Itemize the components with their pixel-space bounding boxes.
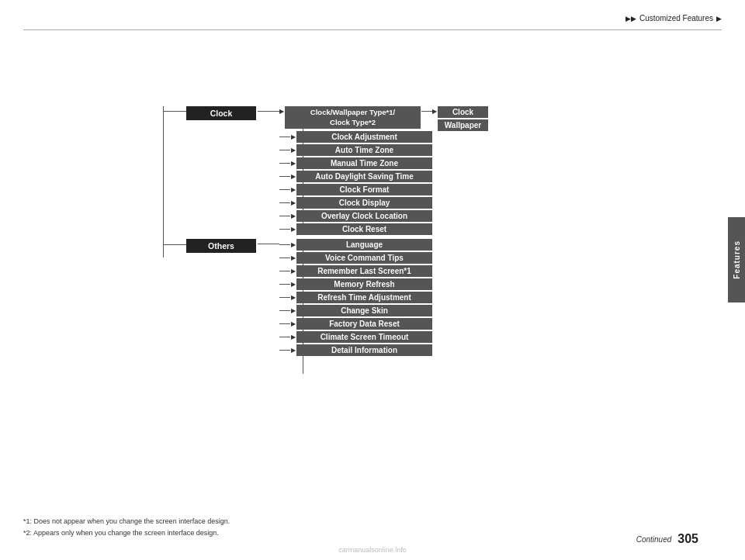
clock-item-4: Clock Format — [296, 184, 432, 195]
others-item-6: Factory Data Reset — [296, 318, 432, 330]
clock-row-hline-1 — [279, 150, 290, 150]
clock-row-4: ▶Clock Format — [279, 184, 432, 195]
clock-row-1: ▶Auto Time Zone — [279, 144, 432, 156]
clock-row-arrow-7: ▶ — [291, 226, 296, 233]
clock-row-3: ▶Auto Daylight Saving Time — [279, 171, 432, 182]
others-item-8: Detail Information — [296, 344, 432, 356]
others-row-arrow-5: ▶ — [291, 307, 296, 314]
watermark: carmanualsonline.info — [338, 546, 407, 554]
others-row-hline-6 — [279, 323, 290, 324]
others-row-hline-4 — [279, 297, 290, 298]
page-area: Continued 305 — [636, 532, 698, 546]
left-vline — [163, 106, 164, 258]
footnote-1: *1: Does not appear when you change the … — [23, 516, 230, 527]
clock-row-arrow-2: ▶ — [291, 160, 296, 167]
others-row-1: ▶Voice Command Tips — [279, 252, 432, 264]
diagram-area: Clock ▶ Clock/Wallpaper Type*1/Clock Typ… — [23, 43, 722, 482]
clock-row-arrow-4: ▶ — [291, 186, 296, 193]
clock-item-7: Clock Reset — [296, 223, 432, 235]
clock-label: Clock — [186, 106, 256, 120]
breadcrumb: ▶▶ Customized Features ▶ — [625, 14, 722, 22]
clock-item-3: Auto Daylight Saving Time — [296, 171, 432, 182]
clock-row-arrow-5: ▶ — [291, 199, 296, 206]
others-item-2: Remember Last Screen*1 — [296, 265, 432, 277]
clock-row-hline-6 — [279, 216, 290, 216]
clock-item-0: Clock Adjustment — [296, 131, 432, 143]
clock-row-hline-5 — [279, 202, 290, 203]
others-items: ▶Language▶Voice Command Tips▶Remember La… — [279, 239, 432, 358]
clock-row-arrow-0: ▶ — [291, 133, 296, 140]
others-row-arrow-8: ▶ — [291, 347, 296, 354]
others-row-hline-0 — [279, 244, 290, 245]
page-number: 305 — [677, 532, 698, 546]
footnote-2: *2: Appears only when you change the scr… — [23, 527, 230, 538]
others-row-0: ▶Language — [279, 239, 432, 251]
others-row-hline-1 — [279, 258, 290, 258]
others-row-arrow-0: ▶ — [291, 241, 296, 248]
others-label: Others — [186, 239, 256, 253]
clock-row-hline-4 — [279, 189, 290, 190]
h-from-others — [258, 244, 279, 244]
header-arrow-left: ▶▶ — [625, 15, 636, 22]
h-to-others — [163, 244, 188, 245]
header-divider — [23, 29, 722, 30]
breadcrumb-text: Customized Features — [639, 14, 713, 22]
others-row-hline-7 — [279, 337, 290, 337]
h-to-clock — [163, 111, 188, 112]
clock-row-hline-0 — [279, 137, 290, 137]
others-item-7: Climate Screen Timeout — [296, 331, 432, 343]
clock-row-arrow-3: ▶ — [291, 173, 296, 180]
continued-label: Continued — [636, 535, 672, 544]
others-row-7: ▶Climate Screen Timeout — [279, 331, 432, 343]
others-row-arrow-7: ▶ — [291, 334, 296, 340]
others-row-arrow-6: ▶ — [291, 320, 296, 327]
others-item-4: Refresh Time Adjustment — [296, 292, 432, 303]
clock-wallpaper-type-label: Clock/Wallpaper Type*1/Clock Type*2 — [285, 106, 421, 129]
clock-row-hline-2 — [279, 163, 290, 164]
others-row-hline-5 — [279, 310, 290, 311]
footnotes: *1: Does not appear when you change the … — [23, 516, 230, 538]
clock-row-arrow-1: ▶ — [291, 147, 296, 154]
clock-wallpaper-row: ▶ Clock/Wallpaper Type*1/Clock Type*2 ▶ … — [279, 106, 488, 131]
clock-row-2: ▶Manual Time Zone — [279, 157, 432, 169]
others-row-2: ▶Remember Last Screen*1 — [279, 265, 432, 277]
clock-item-2: Manual Time Zone — [296, 157, 432, 169]
others-row-hline-2 — [279, 271, 290, 271]
features-tab-label: Features — [733, 240, 741, 279]
others-item-3: Memory Refresh — [296, 278, 432, 290]
clock-item-6: Overlay Clock Location — [296, 210, 432, 222]
others-row-arrow-1: ▶ — [291, 254, 296, 261]
clock-sub-clock: Clock — [438, 106, 488, 118]
clock-item-5: Clock Display — [296, 197, 432, 209]
others-row-5: ▶Change Skin — [279, 305, 432, 316]
others-row-arrow-3: ▶ — [291, 281, 296, 288]
clock-item-1: Auto Time Zone — [296, 144, 432, 156]
clock-row-hline-7 — [279, 229, 290, 230]
others-row-arrow-4: ▶ — [291, 294, 296, 301]
clock-row-arrow-6: ▶ — [291, 213, 296, 220]
others-row-3: ▶Memory Refresh — [279, 278, 432, 290]
clock-row-7: ▶Clock Reset — [279, 223, 432, 235]
others-row-8: ▶Detail Information — [279, 344, 432, 356]
clock-row-0: ▶Clock Adjustment — [279, 131, 432, 143]
others-row-hline-3 — [279, 284, 290, 285]
features-tab: Features — [728, 217, 745, 302]
others-item-1: Voice Command Tips — [296, 252, 432, 264]
others-item-5: Change Skin — [296, 305, 432, 316]
others-row-4: ▶Refresh Time Adjustment — [279, 292, 432, 303]
clock-row-6: ▶Overlay Clock Location — [279, 210, 432, 222]
clock-sub-wallpaper: Wallpaper — [438, 119, 488, 131]
clock-row-5: ▶Clock Display — [279, 197, 432, 209]
others-row-hline-8 — [279, 350, 290, 351]
clock-row-hline-3 — [279, 176, 290, 177]
h-from-clock — [258, 111, 279, 112]
others-block: Others — [186, 239, 256, 253]
others-item-0: Language — [296, 239, 432, 251]
clock-items: ▶Clock Adjustment▶Auto Time Zone▶Manual … — [279, 131, 432, 237]
others-row-6: ▶Factory Data Reset — [279, 318, 432, 330]
clock-block: Clock — [186, 106, 256, 120]
others-row-arrow-2: ▶ — [291, 268, 296, 275]
header-arrow-right: ▶ — [716, 15, 722, 22]
